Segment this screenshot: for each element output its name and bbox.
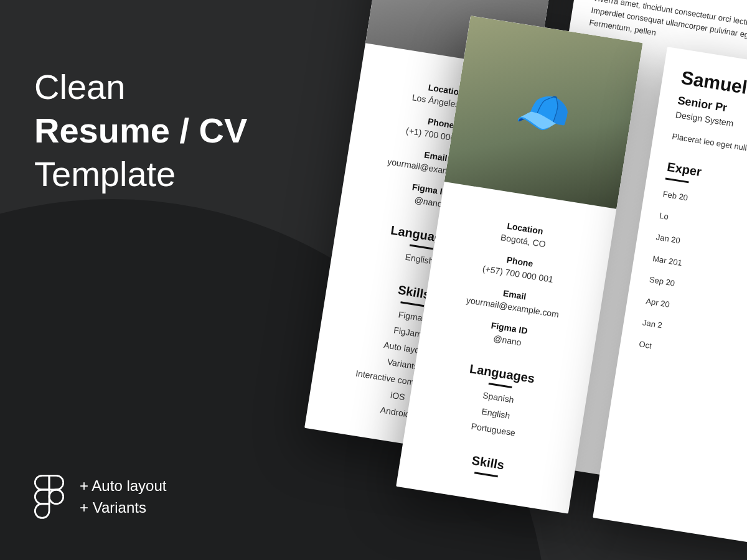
list-item: Spanish bbox=[476, 389, 521, 406]
experience-date: Oct bbox=[638, 338, 669, 355]
experience-date: Mar 201 bbox=[652, 252, 683, 269]
headline-line3: Template bbox=[34, 152, 247, 196]
promo-canvas: Clean Resume / CV Template + Auto layout… bbox=[0, 0, 747, 560]
list-item: Portuguese bbox=[471, 421, 516, 438]
headline-line2: Resume / CV bbox=[34, 109, 247, 152]
experience-date: Lo bbox=[659, 210, 690, 227]
experience-date: Jan 20 bbox=[655, 231, 686, 248]
experience-date: Feb 20 bbox=[662, 188, 693, 205]
experience-date: Jan 2 bbox=[642, 317, 673, 334]
list-item: English bbox=[405, 252, 435, 266]
person-name: Samuel bbox=[680, 67, 747, 98]
feature-variants: + Variants bbox=[80, 497, 166, 519]
cards-stage: ☺ LocationLos Ángeles, CAPhone(+1) 700 0… bbox=[304, 0, 747, 501]
experience-date: Apr 20 bbox=[645, 295, 676, 312]
contact-section: LocationBogotá, COPhone(+57) 700 000 001… bbox=[421, 199, 614, 359]
list-item: English bbox=[473, 405, 519, 422]
feature-autolayout: + Auto layout bbox=[80, 475, 166, 497]
experience-date: Sep 20 bbox=[648, 274, 679, 291]
svg-point-0 bbox=[49, 490, 63, 504]
headline-line1: Clean bbox=[34, 65, 247, 109]
avatar-photo: 🧢 bbox=[444, 16, 643, 208]
figma-icon bbox=[34, 475, 64, 520]
feature-list: + Auto layout + Variants bbox=[80, 475, 166, 519]
headline: Clean Resume / CV Template bbox=[34, 65, 247, 196]
features-block: + Auto layout + Variants bbox=[34, 475, 166, 520]
skills-heading: Skills bbox=[470, 454, 505, 478]
